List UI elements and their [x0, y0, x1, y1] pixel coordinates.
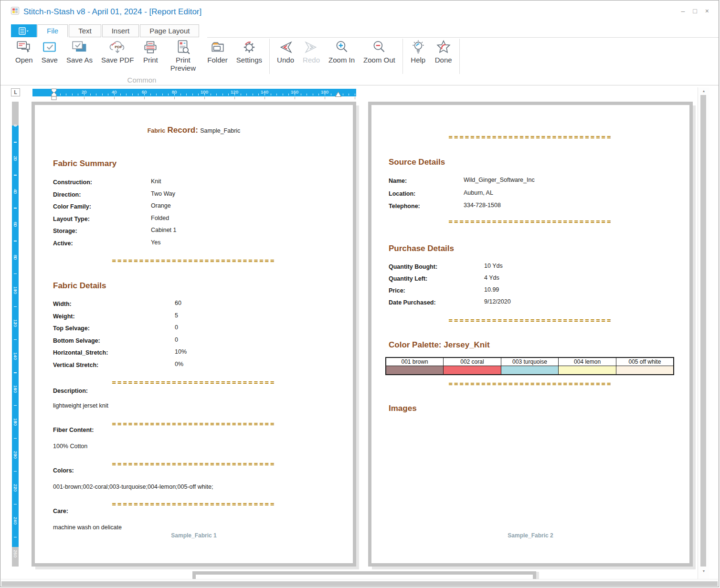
zoom-out-icon [371, 39, 387, 55]
maximize-button[interactable]: □ [693, 6, 697, 16]
settings-button[interactable]: Settings [232, 38, 266, 64]
field-label: Date Purchased: [389, 299, 436, 306]
right-margin-marker[interactable] [335, 92, 341, 97]
scroll-down-icon[interactable]: ▼ [698, 569, 709, 573]
block-label-fiber-content: Fiber Content: [53, 427, 94, 433]
palette-header-cell: 003 turquoise [501, 357, 559, 366]
block-value-colors: 001-brown;002-coral;003-turquoise;004-le… [53, 483, 213, 490]
report-page-1[interactable]: Fabric Record: Sample_Fabric Fabric Summ… [32, 102, 356, 567]
ruler-tick-label: 120 [13, 319, 18, 327]
application-menu-button[interactable] [11, 24, 37, 37]
save-button[interactable]: Save [37, 38, 62, 64]
horizontal-ruler-substrip [32, 97, 356, 100]
redo-button[interactable]: Redo [298, 38, 324, 64]
save-label: Save [42, 56, 58, 64]
title-bar: Stitch-n-Stash v8 - April 01, 2024 - [Re… [0, 0, 719, 23]
print-preview-label: Print Preview [167, 56, 199, 73]
print-preview-icon [175, 39, 191, 55]
done-icon [435, 39, 452, 55]
close-button[interactable]: × [705, 6, 709, 16]
block-value-care: machine wash on delicate [53, 524, 122, 531]
field-value: 9/12/2020 [484, 298, 511, 305]
section-divider: ============================== [371, 218, 689, 225]
done-button[interactable]: Done [431, 38, 456, 64]
field-label: Direction: [53, 191, 81, 198]
ruler-tick-label: 200 [13, 451, 18, 459]
block-value-fiber-content: 100% Cotton [53, 443, 87, 450]
report-title-main: Record: [168, 126, 198, 135]
zoom-in-button[interactable]: Zoom In [324, 38, 359, 64]
field-value: 4 Yds [484, 274, 499, 281]
page-2-content: ============================== Source De… [371, 105, 689, 563]
ruler-tick-label: 40 [112, 89, 117, 94]
report-title: Fabric Record: Sample_Fabric [35, 126, 353, 135]
app-icon [11, 7, 19, 15]
section-divider: ============================== [371, 380, 689, 388]
field-value: 10.99 [484, 286, 499, 293]
open-button[interactable]: Open [11, 38, 37, 64]
tab-insert[interactable]: Insert [102, 24, 139, 37]
field-row: Telephone:334-728-1508 [389, 201, 686, 214]
help-button[interactable]: Help [406, 38, 431, 64]
ruler-tick-label: 60 [142, 89, 147, 94]
section-heading-fabric-details: Fabric Details [53, 281, 106, 291]
zoom-out-button[interactable]: Zoom Out [359, 38, 400, 64]
save-pdf-button[interactable]: PDF Save PDF [97, 38, 138, 64]
page-1-content: Fabric Record: Sample_Fabric Fabric Summ… [35, 105, 353, 563]
field-label: Bottom Selvage: [53, 337, 100, 344]
vertical-ruler[interactable]: 020406080100120140160180200220240260 [12, 102, 19, 567]
ribbon-separator [402, 39, 403, 74]
save-icon [42, 39, 58, 55]
print-button[interactable]: Print [138, 38, 163, 64]
field-row: Location:Auburn, AL [389, 189, 686, 202]
ruler-tick-label: 160 [291, 89, 298, 94]
field-row: Horizontal_Stretch:10% [53, 348, 349, 360]
field-label: Weight: [53, 313, 75, 320]
field-row: Quantity Left:4 Yds [389, 274, 686, 286]
scroll-up-icon[interactable]: ▲ [698, 89, 709, 93]
help-icon [410, 39, 426, 55]
zoom-in-label: Zoom In [328, 56, 355, 64]
save-as-label: Save As [66, 56, 93, 64]
field-value: Orange [151, 202, 171, 209]
field-label: Name: [389, 178, 407, 184]
fabric-details-rows: Width:60 Weight:5 Top Selvage:0 Bottom S… [53, 299, 349, 372]
undo-button[interactable]: Undo [273, 38, 298, 64]
section-divider: ============================== [371, 316, 689, 324]
tab-file[interactable]: File [37, 24, 68, 37]
ruler-tick-label: 140 [261, 89, 268, 94]
ruler-corner-box[interactable]: L [11, 88, 20, 96]
palette-swatch [559, 366, 616, 375]
palette-header-cell: 001 brown [386, 357, 444, 366]
report-page-2[interactable]: ============================== Source De… [368, 102, 693, 567]
field-row: Construction:Knit [53, 178, 349, 190]
ruler-tick-label: 140 [13, 352, 18, 360]
report-title-value: Sample_Fabric [200, 127, 240, 134]
svg-text:PDF: PDF [115, 45, 122, 49]
ribbon-separator [269, 39, 270, 74]
folder-button[interactable]: Folder [203, 38, 232, 64]
palette-header-cell: 005 off white [616, 357, 674, 366]
print-preview-button[interactable]: Print Preview [163, 38, 203, 73]
help-label: Help [411, 56, 425, 64]
settings-label: Settings [236, 56, 262, 64]
field-label: Width: [53, 301, 72, 307]
minimize-button[interactable]: – [681, 6, 685, 16]
vertical-scrollbar-thumb[interactable] [700, 95, 706, 567]
ruler-tick-label: 180 [13, 418, 18, 426]
tab-text[interactable]: Text [69, 24, 101, 37]
section-heading-color-palette: Color Palette: Jersey_Knit [389, 340, 490, 350]
section-heading-purchase-details: Purchase Details [389, 244, 454, 253]
save-as-button[interactable]: Save As [62, 38, 97, 64]
horizontal-scrollbar[interactable] [1, 579, 718, 587]
ribbon-tab-strip: File Text Insert Page Layout [11, 24, 200, 37]
ruler-tick-label: 120 [231, 89, 238, 94]
block-label-description: Description: [53, 388, 88, 394]
vertical-scrollbar[interactable]: ▲ ▼ [698, 87, 709, 580]
tab-page-layout[interactable]: Page Layout [140, 24, 199, 37]
left-margin-marker[interactable] [51, 88, 57, 101]
horizontal-ruler[interactable]: 20406080100120140160180 [32, 89, 356, 96]
ruler-tick-label: 100 [13, 286, 18, 294]
horizontal-scrollbar-thumb[interactable] [1, 581, 718, 586]
source-details-rows: Name:Wild_Ginger_Software_Inc Location:A… [389, 176, 686, 214]
